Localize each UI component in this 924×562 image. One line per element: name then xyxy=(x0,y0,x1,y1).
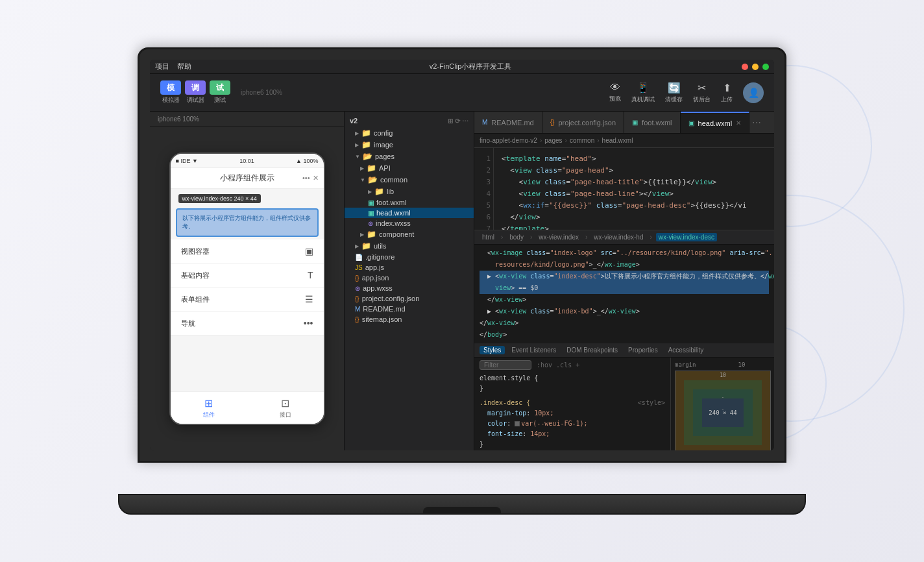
tab-head-wxml[interactable]: ▣ head.wxml ✕ xyxy=(681,112,750,133)
nav-interface-label: 接口 xyxy=(280,411,291,419)
tree-item-image[interactable]: ▶ 📁 image xyxy=(345,139,474,151)
styles-tab-accessibility[interactable]: Accessibility xyxy=(664,346,707,354)
cut-tail-icon: ✂ xyxy=(698,82,706,94)
tree-label-component: component xyxy=(379,230,414,238)
breadcrumb-item-3: head.wxml xyxy=(602,137,633,144)
phone-content: wx-view.index-desc 240 × 44 以下将展示小程序官方组件… xyxy=(171,189,324,391)
folder-component-icon: 📁 xyxy=(367,230,376,239)
menu-item-help[interactable]: 帮助 xyxy=(177,62,191,71)
tree-item-app-json[interactable]: {} app.json xyxy=(345,273,474,283)
tree-item-common[interactable]: ▼ 📂 common xyxy=(345,174,474,186)
phone-list-item-3[interactable]: 表单组件 ☰ xyxy=(171,287,324,312)
tree-item-app-js[interactable]: JS app.js xyxy=(345,262,474,273)
wxss-file-icon-app: ⊛ xyxy=(355,285,360,292)
tab-readme[interactable]: M README.md xyxy=(474,112,542,133)
inspector-wxview-tab[interactable]: wx-view.index xyxy=(536,233,581,241)
laptop-notch xyxy=(423,507,501,513)
phone-nav-item-components[interactable]: ⊞ 组件 xyxy=(203,397,215,419)
tree-label-index-wxss: index.wxss xyxy=(376,219,411,227)
tree-item-config[interactable]: ▶ 📁 config xyxy=(345,127,474,139)
tree-item-sitemap[interactable]: {} sitemap.json xyxy=(345,314,474,324)
inspector-body-tab[interactable]: body xyxy=(507,233,526,241)
window-controls xyxy=(742,64,769,70)
phone-list-icon-2: T xyxy=(308,270,313,280)
toolbar-btn-debug[interactable]: 调 调试器 xyxy=(185,80,206,104)
phone-list-item-2[interactable]: 基础内容 T xyxy=(171,263,324,287)
toolbar-action-preview[interactable]: 👁 预览 xyxy=(609,82,621,103)
styles-tab-properties[interactable]: Properties xyxy=(624,346,662,354)
css-selector-1: .index-desc { xyxy=(480,399,530,406)
phone-highlight-box: 以下将展示小程序官方组件能力，组件样式仅供参考。 xyxy=(176,208,319,237)
phone-list-icon-3: ☰ xyxy=(305,294,313,304)
tree-item-head-wxml[interactable]: ▣ head.wxml xyxy=(345,208,474,218)
tab-close-icon[interactable]: ✕ xyxy=(736,119,741,127)
file-tree-header: v2 ⊞ ⟳ ⋯ xyxy=(345,114,474,127)
phone-list-label-2: 基础内容 xyxy=(181,271,210,280)
tree-item-gitignore[interactable]: 📄 .gitignore xyxy=(345,252,474,262)
tree-item-pages[interactable]: ▼ 📂 pages xyxy=(345,151,474,162)
phone-list-item-1[interactable]: 视图容器 ▣ xyxy=(171,239,324,263)
inspector-wxview-desc-tab[interactable]: wx-view.index-desc xyxy=(656,233,717,241)
clear-cache-label: 清缓存 xyxy=(665,95,683,104)
tree-root-label: v2 xyxy=(350,117,358,125)
code-line-5: <wx:if="{{desc}}" class="page-head-desc"… xyxy=(502,200,766,212)
phone-action-close[interactable]: ✕ xyxy=(313,174,319,182)
window-close-button[interactable] xyxy=(742,64,748,70)
inspector-panel: html › body › wx-view.index › wx-view.in… xyxy=(474,230,774,450)
upload-icon: ⬆ xyxy=(723,82,731,94)
phone-list-label-4: 导航 xyxy=(181,319,195,328)
tab-more-button[interactable]: ⋯ xyxy=(752,117,761,128)
user-avatar[interactable]: 👤 xyxy=(743,82,764,103)
phone-title-bar: 小程序组件展示 ••• ✕ xyxy=(171,168,324,189)
inspector-dom: <wx-image class="index-logo" src="../res… xyxy=(474,245,774,343)
styles-filter-input[interactable] xyxy=(480,360,531,370)
toolbar-left: 模 模拟器 调 调试器 试 测试 xyxy=(160,80,230,104)
styles-tab-dom-breakpoints[interactable]: DOM Breakpoints xyxy=(563,346,622,354)
toolbar-action-real-machine[interactable]: 📱 真机调试 xyxy=(631,82,655,104)
toolbar-btn-simulate[interactable]: 模 模拟器 xyxy=(160,80,181,104)
tree-label-readme: README.md xyxy=(363,305,405,313)
styles-tab-event-listeners[interactable]: Event Listeners xyxy=(507,346,560,354)
line-num-3: 3 xyxy=(477,177,491,188)
inspector-wxview-hd-tab[interactable]: wx-view.index-hd xyxy=(591,233,646,241)
toolbar-action-upload[interactable]: ⬆ 上传 xyxy=(721,82,733,104)
code-line-4: <view class="page-head-line"></view> xyxy=(502,188,766,200)
nav-interface-icon: ⊡ xyxy=(281,397,289,409)
styles-filter-bar: :hov .cls + xyxy=(480,360,665,371)
tree-item-index-wxss[interactable]: ⊛ index.wxss xyxy=(345,218,474,228)
tree-item-project-config[interactable]: {} project.config.json xyxy=(345,293,474,304)
tab-project-config[interactable]: {} project.config.json xyxy=(542,112,624,133)
code-editor[interactable]: <template name="head"> <view class="page… xyxy=(494,148,774,230)
toolbar-btn-test[interactable]: 试 测试 xyxy=(210,80,230,104)
phone-list-item-4[interactable]: 导航 ••• xyxy=(171,312,324,336)
window-minimize-button[interactable] xyxy=(752,64,759,70)
tree-item-component[interactable]: ▶ 📁 component xyxy=(345,228,474,240)
line-num-4: 4 xyxy=(477,188,491,200)
tree-item-lib[interactable]: ▶ 📁 lib xyxy=(345,186,474,197)
toolbar-action-cut-tail[interactable]: ✂ 切后台 xyxy=(693,82,711,104)
menu-item-project[interactable]: 项目 xyxy=(155,62,169,71)
tree-item-utils[interactable]: ▶ 📁 utils xyxy=(345,240,474,252)
tree-item-api[interactable]: ▶ 📁 API xyxy=(345,162,474,174)
phone-device: ■ IDE ▼ 10:01 ▲ 100% 小程序组件展示 ••• ✕ xyxy=(169,153,325,425)
styles-tab-styles[interactable]: Styles xyxy=(480,346,505,354)
window-maximize-button[interactable] xyxy=(762,64,769,70)
inspector-html-tab[interactable]: html xyxy=(480,233,497,241)
wxml-file-icon: ▣ xyxy=(368,199,374,206)
tree-item-foot-wxml[interactable]: ▣ foot.wxml xyxy=(345,197,474,208)
phone-title-actions: ••• ✕ xyxy=(302,174,319,182)
inspector-styles-bar: Styles Event Listeners DOM Breakpoints P… xyxy=(474,343,774,358)
main-content: iphone6 100% ■ IDE ▼ 10:01 ▲ 100% 小程序组件展… xyxy=(150,112,774,450)
chevron-down-icon: ▼ xyxy=(355,154,360,160)
tab-foot-wxml[interactable]: ▣ foot.wxml xyxy=(624,112,680,133)
tree-item-readme[interactable]: M README.md xyxy=(345,304,474,314)
toolbar-action-clear-cache[interactable]: 🔄 清缓存 xyxy=(665,82,683,104)
simulate-icon: 模 xyxy=(160,80,181,95)
dom-line-1: <wx-image class="index-logo" src="../res… xyxy=(480,247,769,259)
phone-nav-item-interface[interactable]: ⊡ 接口 xyxy=(280,397,291,419)
phone-action-more[interactable]: ••• xyxy=(302,174,310,182)
tree-actions[interactable]: ⊞ ⟳ ⋯ xyxy=(448,117,468,125)
tree-item-app-wxss[interactable]: ⊛ app.wxss xyxy=(345,283,474,293)
line-num-5: 5 xyxy=(477,200,491,212)
dom-line-4: view> == $0 xyxy=(480,282,769,294)
